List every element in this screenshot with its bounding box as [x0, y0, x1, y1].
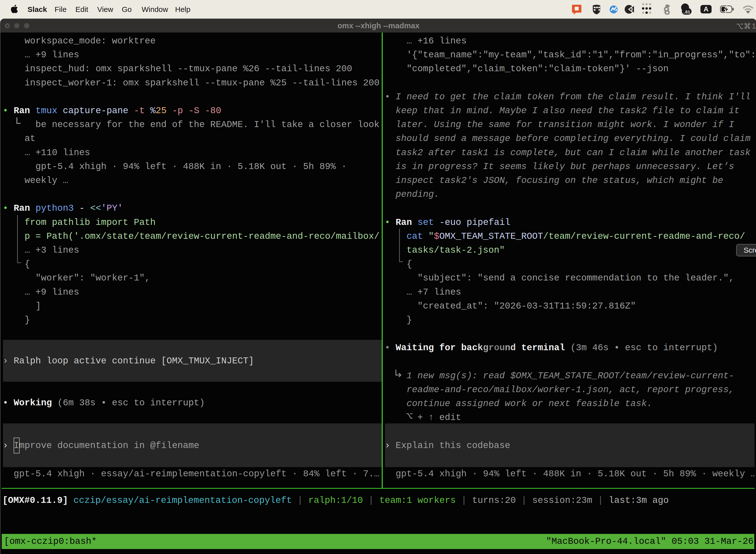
svg-text:..61: ..61: [683, 10, 690, 14]
